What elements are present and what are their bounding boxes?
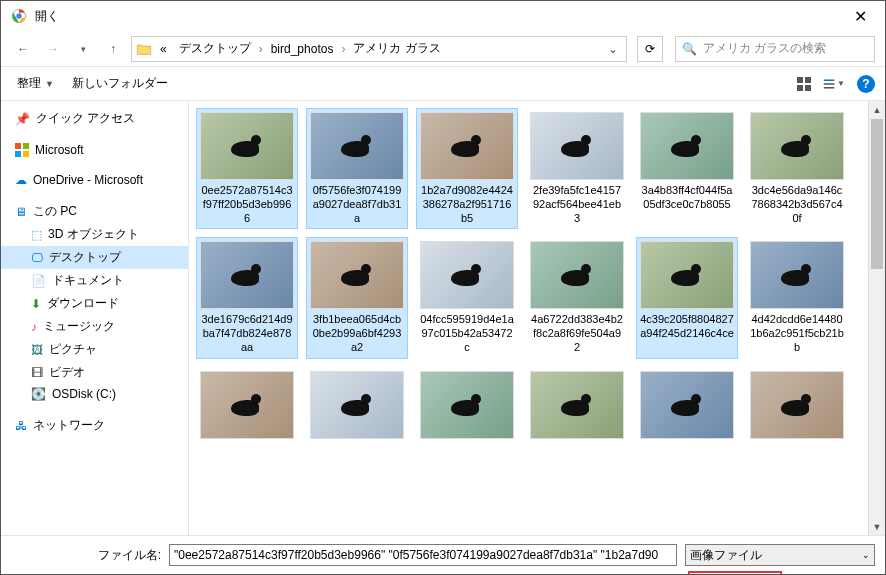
scrollbar[interactable]: ▲ ▼ <box>868 101 885 535</box>
sidebar-documents[interactable]: 📄 ドキュメント <box>1 269 188 292</box>
sidebar-desktop[interactable]: 🖵 デスクトップ <box>1 246 188 269</box>
svg-rect-3 <box>805 77 811 83</box>
microsoft-icon <box>15 143 29 157</box>
sidebar-music[interactable]: ♪ ミュージック <box>1 315 188 338</box>
cube-icon: ⬚ <box>31 228 42 242</box>
thumbnail <box>200 371 294 439</box>
file-item[interactable]: 0ee2572a87514c3f97ff20b5d3eb9966 <box>197 109 297 228</box>
chrome-icon <box>11 8 27 24</box>
organize-label: 整理 <box>17 75 41 92</box>
sidebar-downloads[interactable]: ⬇ ダウンロード <box>1 292 188 315</box>
video-icon: 🎞 <box>31 366 43 380</box>
file-item[interactable]: 3dc4e56da9a146c7868342b3d567c40f <box>747 109 847 228</box>
svg-rect-4 <box>797 85 803 91</box>
sidebar-pictures[interactable]: 🖼 ピクチャ <box>1 338 188 361</box>
sidebar-microsoft[interactable]: Microsoft <box>1 140 188 160</box>
new-folder-button[interactable]: 新しいフォルダー <box>66 71 174 96</box>
filename-input[interactable] <box>169 544 677 566</box>
thumbnail <box>530 241 624 309</box>
pin-icon: 📌 <box>15 112 30 126</box>
chevron-right-icon: › <box>341 42 345 56</box>
file-item[interactable]: 4a6722dd383e4b2f8c2a8f69fe504a92 <box>527 238 627 357</box>
view-large-icons-button[interactable] <box>793 73 815 95</box>
file-name: 3a4b83ff4cf044f5a05df3ce0c7b8055 <box>640 184 734 212</box>
sidebar-quick-access[interactable]: 📌 クイック アクセス <box>1 107 188 130</box>
scroll-thumb[interactable] <box>871 119 883 269</box>
refresh-button[interactable]: ⟳ <box>637 36 663 62</box>
file-name: 0ee2572a87514c3f97ff20b5d3eb9966 <box>200 184 294 225</box>
file-name: 0f5756fe3f074199a9027dea8f7db31a <box>310 184 404 225</box>
svg-rect-5 <box>805 85 811 91</box>
up-button[interactable]: ↑ <box>101 37 125 61</box>
sidebar-network[interactable]: 🖧 ネットワーク <box>1 414 188 437</box>
file-name: 04fcc595919d4e1a97c015b42a53472c <box>420 313 514 354</box>
thumbnail <box>640 371 734 439</box>
breadcrumb-item[interactable]: デスクトップ <box>175 38 255 59</box>
file-pane: 0ee2572a87514c3f97ff20b5d3eb99660f5756fe… <box>189 101 885 535</box>
scroll-down-arrow[interactable]: ▼ <box>869 518 885 535</box>
disk-icon: 💽 <box>31 387 46 401</box>
close-button[interactable]: ✕ <box>846 3 875 30</box>
new-folder-label: 新しいフォルダー <box>72 75 168 92</box>
file-item[interactable]: 0f5756fe3f074199a9027dea8f7db31a <box>307 109 407 228</box>
thumbnail <box>310 112 404 180</box>
filetype-label: 画像ファイル <box>690 547 762 564</box>
search-input[interactable]: 🔍 アメリカ ガラスの検索 <box>675 36 875 62</box>
file-item[interactable]: 4d42dcdd6e144801b6a2c951f5cb21bb <box>747 238 847 357</box>
file-item[interactable]: 3de1679c6d214d9ba7f47db824e878aa <box>197 238 297 357</box>
svg-rect-7 <box>824 83 835 85</box>
file-item[interactable]: 04fcc595919d4e1a97c015b42a53472c <box>417 238 517 357</box>
file-item[interactable]: 2fe39fa5fc1e415792acf564bee41eb3 <box>527 109 627 228</box>
help-button[interactable]: ? <box>857 75 875 93</box>
thumbnail <box>640 112 734 180</box>
file-item[interactable]: 3a4b83ff4cf044f5a05df3ce0c7b8055 <box>637 109 737 228</box>
file-item[interactable] <box>527 368 627 446</box>
thumbnail <box>310 371 404 439</box>
file-item[interactable] <box>307 368 407 446</box>
svg-rect-11 <box>15 151 21 157</box>
svg-rect-2 <box>797 77 803 83</box>
thumbnail <box>530 112 624 180</box>
scroll-up-arrow[interactable]: ▲ <box>869 101 885 118</box>
svg-rect-9 <box>15 143 21 149</box>
folder-icon <box>136 41 152 57</box>
file-name: 4d42dcdd6e144801b6a2c951f5cb21bb <box>750 313 844 354</box>
organize-menu[interactable]: 整理 ▼ <box>11 71 60 96</box>
file-item[interactable]: 4c39c205f8804827a94f245d2146c4ce <box>637 238 737 357</box>
thumbnail <box>750 241 844 309</box>
breadcrumb-prefix: « <box>156 40 171 58</box>
document-icon: 📄 <box>31 274 46 288</box>
sidebar-videos[interactable]: 🎞 ビデオ <box>1 361 188 384</box>
history-dropdown[interactable]: ▾ <box>71 37 95 61</box>
address-bar[interactable]: « デスクトップ › bird_photos › アメリカ ガラス ⌄ <box>131 36 627 62</box>
desktop-icon: 🖵 <box>31 251 43 265</box>
sidebar-onedrive[interactable]: ☁ OneDrive - Microsoft <box>1 170 188 190</box>
svg-point-1 <box>16 13 21 18</box>
file-item[interactable] <box>417 368 517 446</box>
address-dropdown[interactable]: ⌄ <box>604 42 622 56</box>
chevron-right-icon: › <box>259 42 263 56</box>
filetype-select[interactable]: 画像ファイル ⌄ <box>685 544 875 566</box>
file-grid: 0ee2572a87514c3f97ff20b5d3eb99660f5756fe… <box>189 101 885 454</box>
file-name: 1b2a7d9082e4424386278a2f951716b5 <box>420 184 514 225</box>
sidebar-this-pc[interactable]: 🖥 この PC <box>1 200 188 223</box>
file-item[interactable] <box>747 368 847 446</box>
breadcrumb-item[interactable]: アメリカ ガラス <box>349 38 444 59</box>
network-icon: 🖧 <box>15 419 27 433</box>
filename-label: ファイル名: <box>11 547 161 564</box>
back-button[interactable]: ← <box>11 37 35 61</box>
forward-button[interactable]: → <box>41 37 65 61</box>
toolbar: 整理 ▼ 新しいフォルダー ▼ ? <box>1 67 885 101</box>
file-item[interactable] <box>637 368 737 446</box>
view-options-button[interactable]: ▼ <box>823 73 845 95</box>
breadcrumb-item[interactable]: bird_photos <box>267 40 338 58</box>
sidebar-osdisk[interactable]: 💽 OSDisk (C:) <box>1 384 188 404</box>
file-item[interactable]: 3fb1beea065d4cb0be2b99a6bf4293a2 <box>307 238 407 357</box>
chevron-down-icon: ▼ <box>45 79 54 89</box>
music-icon: ♪ <box>31 320 37 334</box>
window-title: 開く <box>35 8 846 25</box>
sidebar-3d-objects[interactable]: ⬚ 3D オブジェクト <box>1 223 188 246</box>
search-placeholder: アメリカ ガラスの検索 <box>703 40 826 57</box>
file-item[interactable] <box>197 368 297 446</box>
file-item[interactable]: 1b2a7d9082e4424386278a2f951716b5 <box>417 109 517 228</box>
